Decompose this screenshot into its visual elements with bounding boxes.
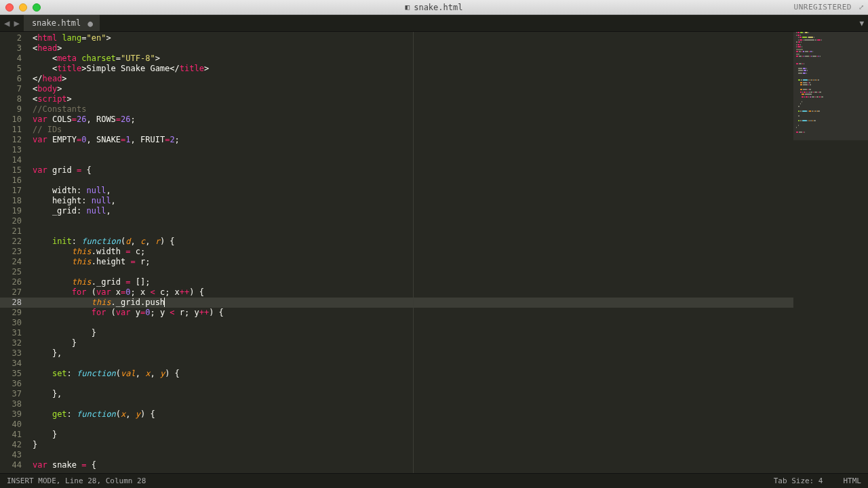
code-line[interactable] — [30, 359, 793, 369]
code-line[interactable]: get: function(x, y) { — [30, 409, 793, 420]
code-line[interactable]: </head> — [30, 74, 793, 84]
code-line[interactable]: } — [30, 338, 793, 348]
line-number: 33 — [0, 348, 22, 359]
minimap[interactable] — [793, 32, 868, 473]
code-area[interactable]: <html lang="en"><head> <meta charset="UT… — [30, 32, 793, 473]
line-number: 36 — [0, 379, 22, 389]
line-number: 6 — [0, 74, 22, 84]
line-number: 10 — [0, 115, 22, 125]
window-title: ◧ snake.html — [406, 3, 463, 12]
code-line[interactable] — [30, 379, 793, 389]
minimap-viewport[interactable] — [793, 32, 868, 140]
code-line[interactable]: }, — [30, 348, 793, 359]
document-icon: ◧ — [406, 3, 410, 12]
code-line[interactable]: for (var x=0; x < c; x++) { — [30, 287, 793, 298]
code-line[interactable] — [30, 450, 793, 460]
code-line[interactable]: var EMPTY=0, SNAKE=1, FRUIT=2; — [30, 135, 793, 145]
line-number: 8 — [0, 94, 22, 104]
code-line[interactable]: this.height = r; — [30, 257, 793, 267]
code-line[interactable]: <title>Simple Snake Game</title> — [30, 64, 793, 74]
status-syntax[interactable]: HTML — [844, 476, 862, 485]
line-number: 26 — [0, 277, 22, 287]
code-line[interactable]: this._grid.push — [30, 298, 793, 308]
line-number: 41 — [0, 430, 22, 440]
line-number: 5 — [0, 64, 22, 74]
line-number: 12 — [0, 135, 22, 145]
code-line[interactable] — [30, 216, 793, 226]
line-number: 18 — [0, 196, 22, 206]
code-line[interactable]: var COLS=26, ROWS=26; — [30, 115, 793, 125]
code-line[interactable]: _grid: null, — [30, 206, 793, 216]
code-line[interactable] — [30, 155, 793, 165]
line-number: 37 — [0, 389, 22, 399]
line-number: 19 — [0, 206, 22, 216]
code-line[interactable]: <script> — [30, 94, 793, 104]
line-number: 22 — [0, 237, 22, 247]
line-number: 17 — [0, 186, 22, 196]
status-tab-size[interactable]: Tab Size: 4 — [774, 476, 823, 485]
line-number: 32 — [0, 338, 22, 348]
line-number: 34 — [0, 359, 22, 369]
code-line[interactable]: this._grid = []; — [30, 277, 793, 287]
line-number: 2 — [0, 33, 22, 43]
line-number: 38 — [0, 399, 22, 409]
line-number: 31 — [0, 328, 22, 338]
status-bar: INSERT MODE, Line 28, Column 28 Tab Size… — [0, 473, 868, 488]
line-number: 24 — [0, 257, 22, 267]
line-number: 20 — [0, 216, 22, 226]
code-line[interactable]: var grid = { — [30, 165, 793, 176]
code-line[interactable]: //Constants — [30, 104, 793, 115]
line-number: 9 — [0, 104, 22, 115]
code-line[interactable] — [30, 420, 793, 430]
line-number: 30 — [0, 318, 22, 328]
line-number: 11 — [0, 125, 22, 135]
line-number: 43 — [0, 450, 22, 460]
code-line[interactable]: } — [30, 430, 793, 440]
nav-back-icon[interactable]: ◀ — [3, 18, 11, 28]
close-window-button[interactable] — [5, 3, 14, 12]
line-number: 16 — [0, 176, 22, 186]
code-line[interactable]: } — [30, 440, 793, 450]
code-line[interactable]: init: function(d, c, r) { — [30, 237, 793, 247]
code-line[interactable]: // IDs — [30, 125, 793, 135]
line-number: 40 — [0, 420, 22, 430]
line-number: 28 — [0, 298, 30, 308]
code-line[interactable]: set: function(val, x, y) { — [30, 369, 793, 379]
code-line[interactable]: height: null, — [30, 196, 793, 206]
line-number: 44 — [0, 460, 22, 470]
zoom-window-button[interactable] — [33, 3, 41, 12]
code-line[interactable] — [30, 267, 793, 277]
tab-overflow-icon[interactable]: ▼ — [859, 19, 864, 28]
code-line[interactable] — [30, 318, 793, 328]
tab-snake-html[interactable]: snake.html ● — [24, 15, 100, 31]
line-number: 27 — [0, 287, 22, 298]
code-line[interactable]: var snake = { — [30, 460, 793, 470]
code-line[interactable]: this.width = c; — [30, 247, 793, 257]
line-number: 7 — [0, 84, 22, 94]
line-number: 21 — [0, 226, 22, 237]
line-number: 4 — [0, 54, 22, 64]
line-number: 14 — [0, 155, 22, 165]
line-number: 35 — [0, 369, 22, 379]
code-line[interactable]: width: null, — [30, 186, 793, 196]
nav-forward-icon[interactable]: ▶ — [12, 18, 20, 28]
tab-label: snake.html — [32, 18, 81, 28]
code-line[interactable]: <head> — [30, 43, 793, 54]
minimize-window-button[interactable] — [19, 3, 27, 12]
unregistered-label: UNREGISTERED — [794, 3, 852, 12]
code-line[interactable]: <body> — [30, 84, 793, 94]
code-line[interactable] — [30, 226, 793, 237]
code-line[interactable]: <meta charset="UTF-8"> — [30, 54, 793, 64]
ruler-line — [413, 32, 414, 473]
code-line[interactable] — [30, 399, 793, 409]
traffic-lights — [5, 3, 41, 12]
code-line[interactable] — [30, 176, 793, 186]
line-number: 25 — [0, 267, 22, 277]
code-line[interactable]: }, — [30, 389, 793, 399]
code-line[interactable]: } — [30, 328, 793, 338]
line-number: 15 — [0, 165, 22, 176]
code-line[interactable]: <html lang="en"> — [30, 33, 793, 43]
code-line[interactable] — [30, 145, 793, 155]
code-line[interactable]: for (var y=0; y < r; y++) { — [30, 308, 793, 318]
fullscreen-icon[interactable]: ⤢ — [859, 3, 864, 11]
